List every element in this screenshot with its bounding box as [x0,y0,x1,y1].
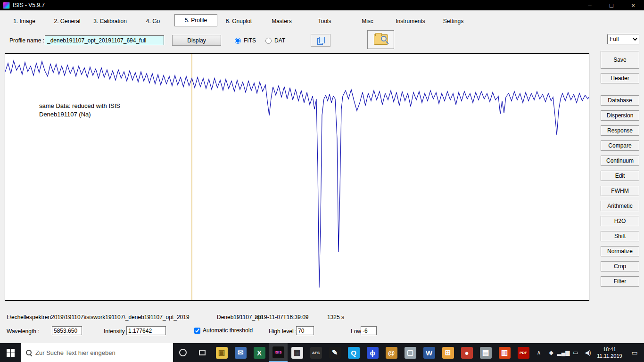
filter-button[interactable]: Filter [601,276,639,287]
spectrum-trace [5,61,589,288]
spectrum-app-icon[interactable]: ▥ [495,343,514,362]
intensity-input[interactable] [126,326,166,335]
spectrum-plot[interactable]: same Data: reduced with ISIS Deneb191107… [5,53,589,301]
tab-3-calibration[interactable]: 3. Calibration [89,16,132,26]
task-view-icon [199,350,206,355]
compare-button[interactable]: Compare [601,140,639,151]
window-app-icon[interactable]: ▢ [401,343,420,362]
copy-button[interactable] [311,34,330,47]
calculator-icon-glyph: ▦ [291,347,303,359]
isis-window: ISIS - V5.9.7 – □ × 1. Image2. General3.… [0,0,644,362]
swirl-app-icon[interactable]: @ [382,343,401,362]
book-app-icon[interactable]: ▤ [476,343,495,362]
window-app-icon-glyph: ▢ [405,347,416,359]
fwhm-button[interactable]: FWHM [601,186,639,196]
normalize-button[interactable]: Normalize [601,246,639,256]
word-icon-glyph: W [423,347,435,359]
pen-icon[interactable]: ✎ [325,343,344,362]
dispersion-button[interactable]: Dispersion [601,110,639,121]
arithmetic-button[interactable]: Arithmetic [601,201,639,211]
taskbar-search[interactable]: Zur Suche Text hier eingeben [21,343,173,362]
q-app-icon[interactable]: Q [344,343,363,362]
system-tray: ∧◆▂▄▆▭◀) 18:41 11.11.2019 ▭ [533,343,644,362]
sheet-app-icon[interactable]: ⊞ [438,343,457,362]
high-level-input[interactable] [296,326,314,335]
automatic-threshold-checkbox[interactable] [194,328,200,334]
tab-misc[interactable]: Misc [346,16,389,26]
dropbox-icon[interactable]: ◆ [545,349,557,356]
crop-button[interactable]: Crop [601,261,639,272]
dat-radio[interactable] [265,38,272,44]
file-explorer-icon[interactable]: ▣ [212,343,231,362]
chevron-up-icon[interactable]: ∧ [533,349,545,356]
annotation-line1: same Data: reduced with ISIS [39,102,120,110]
tab-5-profile[interactable]: 5. Profile [174,14,217,26]
afs-icon-glyph: AFS [310,347,322,359]
isis-icon-glyph: ISIS [272,346,284,358]
book-app-icon-glyph: ▤ [480,347,492,359]
afs-icon[interactable]: AFS [306,343,325,362]
copy-icon [317,37,324,44]
h2o-button[interactable]: H2O [601,216,639,226]
pen-icon-glyph: ✎ [329,347,341,359]
tab-settings[interactable]: Settings [432,16,475,26]
fits-radio-label[interactable]: FITS [244,37,256,44]
spectrum-app-icon-glyph: ▥ [499,347,511,359]
phoenix-icon[interactable]: ϕ [363,343,382,362]
cortana-button[interactable] [173,343,192,362]
continuum-button[interactable]: Continuum [601,156,639,166]
wavelength-label: Wavelength : [7,328,40,335]
shift-button[interactable]: Shift [601,231,639,241]
windows-logo-icon [7,349,15,357]
fits-radio[interactable] [235,38,241,44]
header-button[interactable]: Header [601,73,639,83]
taskbar-clock[interactable]: 18:41 11.11.2019 [594,346,625,359]
task-view-button[interactable] [193,343,212,362]
maximize-button[interactable]: □ [601,0,622,10]
tab-1-image[interactable]: 1. Image [3,16,46,26]
tab-tools[interactable]: Tools [303,16,346,26]
tab-2-general[interactable]: 2. General [46,16,89,26]
battery-icon[interactable]: ▭ [570,349,582,356]
notification-center-button[interactable]: ▭ [625,349,644,356]
isis-icon[interactable]: ISIS [269,343,288,362]
start-button[interactable] [0,343,21,362]
phoenix-icon-glyph: ϕ [367,347,379,359]
response-button[interactable]: Response [601,125,639,136]
excel-icon-glyph: X [254,347,265,359]
low-level-input[interactable] [361,326,377,335]
taskbar: Zur Suche Text hier eingeben ▣✉XISIS▦AFS… [0,343,644,362]
wavelength-input[interactable] [52,326,82,335]
minimize-button[interactable]: – [579,0,601,10]
network-icon[interactable]: ▂▄▆ [557,349,570,356]
database-button[interactable]: Database [601,95,639,106]
tab-instruments[interactable]: Instruments [389,16,432,26]
word-icon[interactable]: W [420,343,438,362]
automatic-threshold-label[interactable]: Automatic threshold [203,327,253,334]
q-app-icon-glyph: Q [348,347,360,359]
display-mode-select[interactable]: Full [607,34,639,44]
red-app-icon-glyph: ● [461,347,473,359]
search-icon [26,350,32,355]
close-button[interactable]: × [622,0,644,10]
dat-radio-label[interactable]: DAT [274,37,285,44]
excel-icon[interactable]: X [250,343,269,362]
edit-button[interactable]: Edit [601,171,639,181]
tab-masters[interactable]: Masters [260,16,303,26]
browse-button[interactable] [367,30,394,49]
format-radio-group: FITS DAT [235,37,292,44]
display-button[interactable]: Display [172,35,221,46]
save-button[interactable]: Save [601,51,639,69]
title-bar: ISIS - V5.9.7 – □ × [0,0,644,10]
tab-6-gnuplot[interactable]: 6. Gnuplot [217,16,260,26]
volume-icon[interactable]: ◀) [582,349,594,356]
calculator-icon[interactable]: ▦ [288,343,306,362]
profile-name-input[interactable] [45,35,164,45]
profile-name-label: Profile name : [9,37,44,44]
tab-4-go[interactable]: 4. Go [132,16,174,26]
clock-date: 11.11.2019 [594,353,625,359]
red-app-icon[interactable]: ● [457,343,476,362]
mail-icon[interactable]: ✉ [231,343,250,362]
pdf-icon[interactable]: PDF [514,343,533,362]
exposure-time: 1325 s [327,314,344,321]
